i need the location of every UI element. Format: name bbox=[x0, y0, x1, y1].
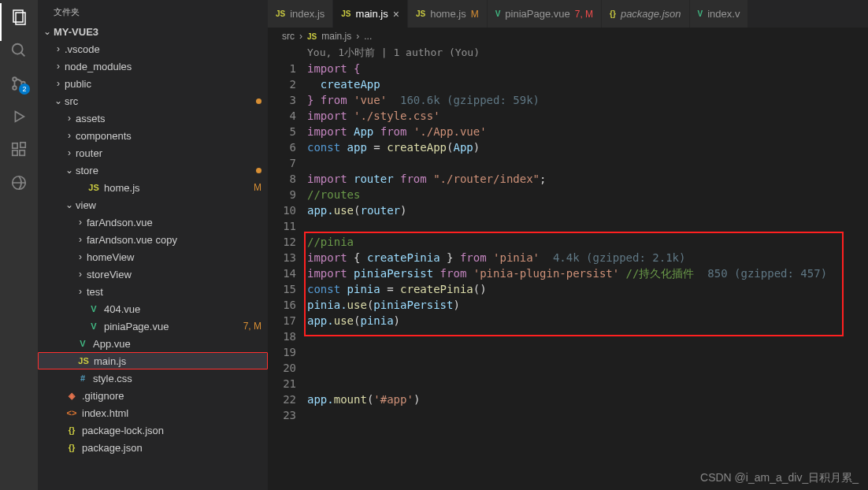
tree-item[interactable]: ›farAndson.vue bbox=[38, 213, 268, 231]
svg-marker-7 bbox=[15, 112, 24, 122]
line-numbers: 1234567891011121314151617181920212223 bbox=[268, 45, 307, 490]
tree-item[interactable]: ›.vscode bbox=[38, 40, 268, 58]
sidebar-explorer: 文件夹 ⌄MY-VUE3 ›.vscode›node_modules›publi… bbox=[38, 0, 268, 490]
tree-item[interactable]: ›components bbox=[38, 127, 268, 144]
chevron-icon: › bbox=[63, 130, 76, 141]
explorer-icon[interactable] bbox=[9, 8, 28, 27]
tree-item[interactable]: V404.vue bbox=[38, 300, 268, 317]
editor-tab[interactable]: VpiniaPage.vue7, M bbox=[488, 0, 602, 28]
tree-item[interactable]: ›router bbox=[38, 144, 268, 161]
tree-item-label: node_modules bbox=[65, 61, 262, 72]
tab-label: index.js bbox=[290, 8, 325, 20]
file-icon: # bbox=[76, 373, 90, 383]
remote-icon[interactable] bbox=[9, 173, 28, 192]
tree-item-label: style.css bbox=[93, 373, 262, 384]
tree-item[interactable]: ›public bbox=[38, 75, 268, 92]
code-content[interactable]: You, 1小时前 | 1 author (You) import { crea… bbox=[307, 45, 868, 490]
editor-tab[interactable]: JSmain.js× bbox=[333, 0, 408, 28]
tab-label: main.js bbox=[356, 8, 388, 20]
tree-item[interactable]: JShome.jsM bbox=[38, 179, 268, 196]
chevron-icon: › bbox=[74, 217, 87, 228]
svg-point-4 bbox=[13, 77, 17, 81]
file-icon: V bbox=[87, 321, 101, 331]
editor-tab[interactable]: Vindex.v bbox=[690, 0, 749, 28]
codelens[interactable]: You, 1小时前 | 1 author (You) bbox=[307, 45, 868, 61]
file-icon: <> bbox=[65, 408, 79, 418]
tree-item[interactable]: ›farAndson.vue copy bbox=[38, 231, 268, 248]
svg-point-2 bbox=[13, 44, 23, 54]
tree-item-label: main.js bbox=[94, 355, 261, 367]
tree-item[interactable]: VApp.vue bbox=[38, 335, 268, 352]
tree-item[interactable]: VpiniaPage.vue7, M bbox=[38, 317, 268, 335]
close-icon[interactable]: × bbox=[393, 8, 399, 20]
tree-item-label: router bbox=[76, 147, 262, 159]
tree-item-label: farAndson.vue copy bbox=[87, 234, 262, 246]
chevron-icon: › bbox=[74, 269, 87, 280]
file-icon: V bbox=[87, 304, 101, 314]
tree-item-label: store bbox=[76, 165, 253, 176]
tree-item[interactable]: ›test bbox=[38, 283, 268, 300]
tree-item[interactable]: ⌄view bbox=[38, 196, 268, 213]
file-icon: JS bbox=[416, 9, 425, 18]
svg-rect-10 bbox=[20, 150, 24, 155]
tree-item-label: package-lock.json bbox=[82, 425, 262, 436]
chevron-icon: ⌄ bbox=[52, 95, 65, 106]
tree-item[interactable]: <>index.html bbox=[38, 404, 268, 421]
tab-label: package.json bbox=[621, 8, 681, 20]
tree-item[interactable]: #style.css bbox=[38, 369, 268, 387]
activity-bar: 2 bbox=[0, 0, 38, 490]
editor-area: JSindex.jsJSmain.js×JShome.jsMVpiniaPage… bbox=[268, 0, 868, 490]
tree-item-label: index.html bbox=[82, 407, 262, 419]
tree-item-label: homeView bbox=[87, 251, 262, 263]
tree-item-label: piniaPage.vue bbox=[104, 321, 240, 332]
file-icon: {} bbox=[610, 9, 616, 18]
git-status: 7, M bbox=[243, 321, 262, 332]
tree-item[interactable]: ⌄src bbox=[38, 92, 268, 110]
search-icon[interactable] bbox=[9, 41, 28, 60]
file-icon: V bbox=[495, 9, 501, 18]
tree-item-label: 404.vue bbox=[104, 303, 262, 315]
editor-tab[interactable]: {}package.json bbox=[602, 0, 689, 28]
tree-item-label: view bbox=[76, 199, 262, 211]
scm-icon[interactable]: 2 bbox=[9, 74, 28, 93]
tree-item-label: home.js bbox=[104, 182, 250, 194]
file-icon: JS bbox=[76, 356, 91, 366]
file-icon: JS bbox=[87, 183, 101, 192]
project-root[interactable]: ⌄MY-VUE3 bbox=[38, 23, 268, 40]
chevron-icon: › bbox=[63, 147, 76, 158]
tree-item-label: public bbox=[65, 78, 262, 90]
chevron-icon: › bbox=[52, 78, 65, 89]
tree-item[interactable]: ›homeView bbox=[38, 248, 268, 265]
tree-item-label: .gitignore bbox=[82, 390, 262, 402]
tab-status: 7, M bbox=[575, 9, 593, 20]
chevron-icon: ⌄ bbox=[63, 165, 76, 176]
tree-item[interactable]: ◈.gitignore bbox=[38, 387, 268, 404]
code-editor[interactable]: 1234567891011121314151617181920212223 Yo… bbox=[268, 45, 868, 490]
editor-tab[interactable]: JSindex.js bbox=[268, 0, 333, 28]
tree-item-label: components bbox=[76, 130, 262, 142]
tree-item[interactable]: ›assets bbox=[38, 110, 268, 127]
file-icon: JS bbox=[276, 9, 285, 18]
editor-tabs: JSindex.jsJSmain.js×JShome.jsMVpiniaPage… bbox=[268, 0, 868, 28]
svg-rect-8 bbox=[13, 143, 17, 148]
chevron-icon: ⌄ bbox=[63, 199, 76, 210]
tree-item-label: src bbox=[65, 95, 253, 107]
file-icon: {} bbox=[65, 443, 79, 452]
tree-item[interactable]: {}package-lock.json bbox=[38, 421, 268, 439]
tree-item-label: storeView bbox=[87, 269, 262, 280]
svg-line-3 bbox=[21, 53, 25, 57]
svg-point-5 bbox=[13, 86, 17, 90]
tab-label: index.v bbox=[707, 8, 740, 20]
extensions-icon[interactable] bbox=[9, 140, 28, 159]
tree-item[interactable]: {}package.json bbox=[38, 439, 268, 456]
file-icon: V bbox=[76, 339, 90, 348]
tree-item[interactable]: JSmain.js bbox=[38, 352, 268, 369]
editor-tab[interactable]: JShome.jsM bbox=[408, 0, 488, 28]
tree-item-label: assets bbox=[76, 113, 262, 124]
tree-item[interactable]: ›node_modules bbox=[38, 58, 268, 75]
breadcrumb[interactable]: src› JS main.js› ... bbox=[268, 28, 868, 45]
debug-icon[interactable] bbox=[9, 107, 28, 126]
tree-item[interactable]: ›storeView bbox=[38, 265, 268, 283]
scm-badge: 2 bbox=[19, 84, 30, 95]
tree-item[interactable]: ⌄store bbox=[38, 161, 268, 179]
